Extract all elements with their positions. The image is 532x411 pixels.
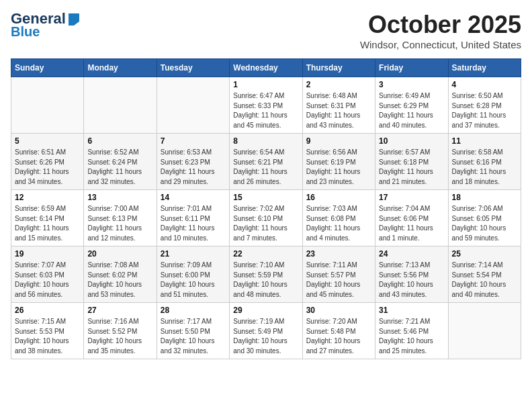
day-number: 15 bbox=[233, 193, 298, 202]
day-info: Sunrise: 7:00 AM Sunset: 6:13 PM Dayligh… bbox=[87, 204, 152, 243]
calendar-cell: 24Sunrise: 7:13 AM Sunset: 5:56 PM Dayli… bbox=[375, 246, 448, 303]
weekday-header-thursday: Thursday bbox=[302, 59, 375, 77]
page-header: General Blue October 2025 Windsor, Conne… bbox=[11, 11, 521, 50]
calendar-cell: 8Sunrise: 6:54 AM Sunset: 6:21 PM Daylig… bbox=[230, 134, 302, 190]
calendar-header: SundayMondayTuesdayWednesdayThursdayFrid… bbox=[11, 59, 521, 77]
calendar-week-4: 19Sunrise: 7:07 AM Sunset: 6:03 PM Dayli… bbox=[11, 246, 521, 303]
calendar-cell: 6Sunrise: 6:52 AM Sunset: 6:24 PM Daylig… bbox=[84, 134, 157, 190]
calendar-cell: 29Sunrise: 7:19 AM Sunset: 5:49 PM Dayli… bbox=[230, 303, 302, 359]
calendar-cell: 10Sunrise: 6:57 AM Sunset: 6:18 PM Dayli… bbox=[375, 134, 448, 190]
day-info: Sunrise: 7:06 AM Sunset: 6:05 PM Dayligh… bbox=[452, 204, 517, 243]
calendar-week-1: 1Sunrise: 6:47 AM Sunset: 6:33 PM Daylig… bbox=[11, 77, 521, 134]
calendar-cell bbox=[11, 77, 84, 134]
day-number: 1 bbox=[233, 80, 298, 89]
calendar-cell: 18Sunrise: 7:06 AM Sunset: 6:05 PM Dayli… bbox=[448, 190, 521, 246]
logo: General Blue bbox=[11, 11, 81, 39]
day-number: 8 bbox=[233, 136, 298, 146]
day-info: Sunrise: 7:07 AM Sunset: 6:03 PM Dayligh… bbox=[15, 261, 80, 300]
calendar-cell: 16Sunrise: 7:03 AM Sunset: 6:08 PM Dayli… bbox=[302, 190, 375, 246]
day-number: 25 bbox=[452, 249, 517, 259]
day-info: Sunrise: 7:09 AM Sunset: 6:00 PM Dayligh… bbox=[161, 261, 226, 300]
day-info: Sunrise: 6:51 AM Sunset: 6:26 PM Dayligh… bbox=[15, 148, 80, 187]
calendar-cell bbox=[84, 77, 157, 134]
day-number: 23 bbox=[306, 249, 371, 259]
calendar-cell: 23Sunrise: 7:11 AM Sunset: 5:57 PM Dayli… bbox=[302, 246, 375, 303]
calendar-cell: 1Sunrise: 6:47 AM Sunset: 6:33 PM Daylig… bbox=[230, 77, 302, 134]
day-number: 22 bbox=[233, 249, 298, 259]
day-number: 2 bbox=[306, 80, 371, 89]
day-number: 13 bbox=[87, 193, 152, 202]
day-info: Sunrise: 7:08 AM Sunset: 6:02 PM Dayligh… bbox=[87, 261, 152, 300]
calendar-cell: 9Sunrise: 6:56 AM Sunset: 6:19 PM Daylig… bbox=[302, 134, 375, 190]
title-block: October 2025 Windsor, Connecticut, Unite… bbox=[360, 11, 521, 50]
day-info: Sunrise: 7:16 AM Sunset: 5:52 PM Dayligh… bbox=[87, 317, 152, 356]
day-number: 6 bbox=[87, 136, 152, 146]
day-info: Sunrise: 7:21 AM Sunset: 5:46 PM Dayligh… bbox=[379, 317, 444, 356]
calendar-cell: 17Sunrise: 7:04 AM Sunset: 6:06 PM Dayli… bbox=[375, 190, 448, 246]
calendar-cell bbox=[448, 303, 521, 359]
day-info: Sunrise: 6:53 AM Sunset: 6:23 PM Dayligh… bbox=[161, 148, 226, 187]
calendar-cell: 26Sunrise: 7:15 AM Sunset: 5:53 PM Dayli… bbox=[11, 303, 84, 359]
calendar-cell: 7Sunrise: 6:53 AM Sunset: 6:23 PM Daylig… bbox=[157, 134, 229, 190]
day-number: 29 bbox=[233, 306, 298, 315]
day-number: 3 bbox=[379, 80, 444, 89]
day-number: 16 bbox=[306, 193, 371, 202]
day-number: 4 bbox=[452, 80, 517, 89]
calendar-cell: 13Sunrise: 7:00 AM Sunset: 6:13 PM Dayli… bbox=[84, 190, 157, 246]
calendar-cell: 3Sunrise: 6:49 AM Sunset: 6:29 PM Daylig… bbox=[375, 77, 448, 134]
weekday-header-friday: Friday bbox=[375, 59, 448, 77]
day-info: Sunrise: 6:48 AM Sunset: 6:31 PM Dayligh… bbox=[306, 91, 371, 130]
day-number: 26 bbox=[15, 306, 80, 315]
calendar-cell: 14Sunrise: 7:01 AM Sunset: 6:11 PM Dayli… bbox=[157, 190, 229, 246]
day-info: Sunrise: 7:17 AM Sunset: 5:50 PM Dayligh… bbox=[161, 317, 226, 356]
weekday-header-saturday: Saturday bbox=[448, 59, 521, 77]
calendar-cell bbox=[157, 77, 229, 134]
day-info: Sunrise: 6:52 AM Sunset: 6:24 PM Dayligh… bbox=[87, 148, 152, 187]
weekday-header-sunday: Sunday bbox=[11, 59, 84, 77]
day-number: 30 bbox=[306, 306, 371, 315]
calendar-cell: 27Sunrise: 7:16 AM Sunset: 5:52 PM Dayli… bbox=[84, 303, 157, 359]
day-info: Sunrise: 6:54 AM Sunset: 6:21 PM Dayligh… bbox=[233, 148, 298, 187]
day-number: 14 bbox=[161, 193, 226, 202]
day-number: 19 bbox=[15, 249, 80, 259]
day-info: Sunrise: 6:56 AM Sunset: 6:19 PM Dayligh… bbox=[306, 148, 371, 187]
calendar-cell: 12Sunrise: 6:59 AM Sunset: 6:14 PM Dayli… bbox=[11, 190, 84, 246]
day-info: Sunrise: 7:01 AM Sunset: 6:11 PM Dayligh… bbox=[161, 204, 226, 243]
day-number: 20 bbox=[87, 249, 152, 259]
calendar-cell: 4Sunrise: 6:50 AM Sunset: 6:28 PM Daylig… bbox=[448, 77, 521, 134]
day-number: 27 bbox=[87, 306, 152, 315]
day-info: Sunrise: 7:15 AM Sunset: 5:53 PM Dayligh… bbox=[15, 317, 80, 356]
calendar-cell: 30Sunrise: 7:20 AM Sunset: 5:48 PM Dayli… bbox=[302, 303, 375, 359]
day-info: Sunrise: 7:13 AM Sunset: 5:56 PM Dayligh… bbox=[379, 261, 444, 300]
calendar-week-3: 12Sunrise: 6:59 AM Sunset: 6:14 PM Dayli… bbox=[11, 190, 521, 246]
day-info: Sunrise: 6:58 AM Sunset: 6:16 PM Dayligh… bbox=[452, 148, 517, 187]
calendar-cell: 5Sunrise: 6:51 AM Sunset: 6:26 PM Daylig… bbox=[11, 134, 84, 190]
calendar-cell: 28Sunrise: 7:17 AM Sunset: 5:50 PM Dayli… bbox=[157, 303, 229, 359]
calendar-cell: 2Sunrise: 6:48 AM Sunset: 6:31 PM Daylig… bbox=[302, 77, 375, 134]
day-number: 31 bbox=[379, 306, 444, 315]
day-info: Sunrise: 6:50 AM Sunset: 6:28 PM Dayligh… bbox=[452, 91, 517, 130]
day-info: Sunrise: 6:47 AM Sunset: 6:33 PM Dayligh… bbox=[233, 91, 298, 130]
day-number: 21 bbox=[161, 249, 226, 259]
weekday-header-tuesday: Tuesday bbox=[157, 59, 229, 77]
day-number: 28 bbox=[161, 306, 226, 315]
calendar-table: SundayMondayTuesdayWednesdayThursdayFrid… bbox=[11, 58, 521, 359]
day-info: Sunrise: 7:03 AM Sunset: 6:08 PM Dayligh… bbox=[306, 204, 371, 243]
month-title: October 2025 bbox=[360, 11, 521, 39]
day-number: 11 bbox=[452, 136, 517, 146]
day-info: Sunrise: 6:57 AM Sunset: 6:18 PM Dayligh… bbox=[379, 148, 444, 187]
day-info: Sunrise: 6:59 AM Sunset: 6:14 PM Dayligh… bbox=[15, 204, 80, 243]
calendar-cell: 11Sunrise: 6:58 AM Sunset: 6:16 PM Dayli… bbox=[448, 134, 521, 190]
day-number: 5 bbox=[15, 136, 80, 146]
location: Windsor, Connecticut, United States bbox=[360, 39, 521, 50]
day-number: 17 bbox=[379, 193, 444, 202]
day-number: 12 bbox=[15, 193, 80, 202]
calendar-cell: 21Sunrise: 7:09 AM Sunset: 6:00 PM Dayli… bbox=[157, 246, 229, 303]
logo-blue: Blue bbox=[11, 24, 40, 39]
day-number: 10 bbox=[379, 136, 444, 146]
day-info: Sunrise: 7:02 AM Sunset: 6:10 PM Dayligh… bbox=[233, 204, 298, 243]
calendar-cell: 22Sunrise: 7:10 AM Sunset: 5:59 PM Dayli… bbox=[230, 246, 302, 303]
logo-icon bbox=[67, 12, 81, 26]
calendar-cell: 15Sunrise: 7:02 AM Sunset: 6:10 PM Dayli… bbox=[230, 190, 302, 246]
calendar-week-2: 5Sunrise: 6:51 AM Sunset: 6:26 PM Daylig… bbox=[11, 134, 521, 190]
